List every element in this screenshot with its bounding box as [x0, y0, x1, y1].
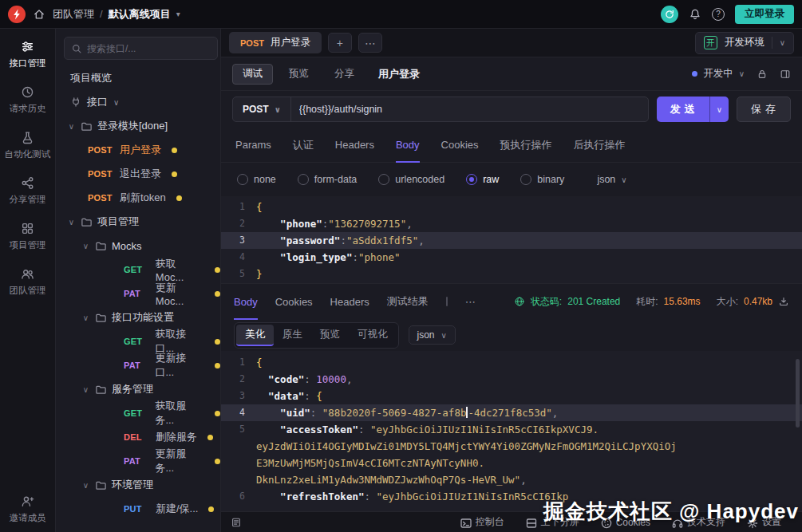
nav-item-team-manage[interactable]: 团队管理	[0, 259, 55, 305]
mode-share[interactable]: 分享	[325, 64, 364, 85]
team-icon	[21, 267, 34, 281]
tab-more-button[interactable]: ⋯	[358, 33, 382, 53]
statusbar-settings[interactable]: 设置	[746, 515, 781, 529]
panel-layout-icon[interactable]	[780, 69, 791, 80]
method-select[interactable]: POST ∨	[233, 97, 291, 121]
status-code-value: 201 Created	[567, 296, 620, 307]
nav-item-share-manage[interactable]: 分享管理	[0, 168, 55, 214]
nav-item-invite-member[interactable]: 邀请成员	[0, 487, 55, 532]
request-tab-Params[interactable]: Params	[235, 128, 271, 162]
request-tab-预执行操作[interactable]: 预执行操作	[500, 128, 552, 162]
nav-item-api-manage[interactable]: 接口管理	[0, 32, 55, 77]
view-mode-美化[interactable]: 美化	[236, 325, 274, 346]
line-number: 6	[221, 488, 256, 505]
environment-select[interactable]: 开 开发环境 ∨	[695, 32, 794, 54]
response-tab-Body[interactable]: Body	[234, 284, 258, 319]
response-tab-测试结果[interactable]: 测试结果	[387, 284, 429, 319]
send-label[interactable]: 发送	[657, 97, 709, 122]
response-lang-select[interactable]: json ∨	[409, 325, 456, 345]
response-body-editor[interactable]: 1{2 "code": 10000,3 "data": {4 "uid": "8…	[221, 351, 802, 511]
globe-icon	[514, 296, 525, 307]
tree-endpoint[interactable]: PAT更新服务...	[56, 449, 220, 473]
bodytype-none[interactable]: none	[237, 174, 276, 185]
save-button[interactable]: 保存	[737, 97, 791, 122]
caret-down-icon[interactable]: ∨	[67, 122, 76, 131]
tree-endpoint[interactable]: POST用户登录	[56, 138, 220, 162]
view-mode-可视化[interactable]: 可视化	[349, 325, 397, 346]
splitter-handle-icon[interactable]	[446, 297, 448, 306]
request-body-editor[interactable]: 1{2 "phone":"13627092715",3 "password":"…	[221, 196, 802, 284]
tree-endpoint[interactable]: POST退出登录	[56, 162, 220, 186]
tree-endpoint[interactable]: DEL删除服务	[56, 425, 220, 449]
statusbar-console[interactable]: 控制台	[460, 515, 504, 529]
breadcrumb-project[interactable]: 默认离线项目	[109, 7, 171, 22]
tree-folder[interactable]: ∨项目管理	[56, 210, 220, 234]
nav-item-project-manage[interactable]: 项目管理	[0, 214, 55, 259]
login-button[interactable]: 立即登录	[735, 5, 794, 24]
tree-folder[interactable]: ∨登录模块[done]	[56, 114, 220, 138]
caret-down-icon[interactable]: ∨	[67, 218, 76, 227]
section-caret-icon[interactable]: ∨	[113, 98, 119, 107]
request-tab-Headers[interactable]: Headers	[335, 128, 374, 162]
breadcrumb-team[interactable]: 团队管理	[53, 7, 94, 22]
tree-endpoint[interactable]: GET获取Moc...	[56, 258, 220, 282]
bell-icon[interactable]	[689, 8, 701, 21]
statusbar-split-screen[interactable]: 上下分屏	[525, 515, 579, 529]
sync-icon[interactable]	[661, 6, 678, 23]
scrollbar-thumb[interactable]	[796, 359, 800, 428]
response-tab-Cookies[interactable]: Cookies	[275, 284, 313, 319]
tree-folder[interactable]: ∨服务管理	[56, 377, 220, 401]
mode-debug[interactable]: 调试	[232, 64, 273, 85]
mode-preview[interactable]: 预览	[279, 64, 318, 85]
tree-endpoint[interactable]: GET获取接口...	[56, 329, 220, 353]
tree-endpoint[interactable]: PUT新建/保...	[56, 497, 220, 521]
tree-folder[interactable]: ∨环境管理	[56, 473, 220, 497]
tree-folder[interactable]: ∨接口功能设置	[56, 305, 220, 329]
search-input[interactable]	[87, 43, 211, 54]
request-tab-认证[interactable]: 认证	[293, 128, 314, 162]
view-mode-预览[interactable]: 预览	[311, 325, 349, 346]
tree-endpoint[interactable]: PAT更新接口...	[56, 353, 220, 377]
lock-icon[interactable]	[757, 69, 768, 80]
view-mode-原生[interactable]: 原生	[274, 325, 311, 346]
tree-endpoint[interactable]: POST刷新token	[56, 186, 220, 210]
caret-down-icon[interactable]: ∨	[81, 481, 90, 490]
caret-down-icon[interactable]: ∨	[81, 242, 90, 250]
main-frame: 接口管理请求历史自动化测试分享管理项目管理团队管理 邀请成员 + 项目概览	[0, 29, 802, 532]
caret-down-icon[interactable]: ∨	[81, 385, 90, 394]
response-more-icon[interactable]: ⋯	[465, 296, 476, 308]
response-tab-Headers[interactable]: Headers	[330, 284, 369, 319]
log-panel-icon[interactable]	[231, 517, 242, 528]
bodytype-urlencoded[interactable]: urlencoded	[378, 174, 444, 185]
request-tab-后执行操作[interactable]: 后执行操作	[574, 128, 626, 162]
dev-status-select[interactable]: 开发中 ∨	[692, 67, 745, 81]
request-tab-Cookies[interactable]: Cookies	[441, 128, 479, 162]
send-button[interactable]: 发送 ∨	[657, 97, 729, 122]
bodytype-binary[interactable]: binary	[520, 174, 564, 185]
sidebar-section-api[interactable]: 接口 ∨	[56, 90, 220, 114]
bodytype-form-data[interactable]: form-data	[298, 174, 358, 185]
help-icon[interactable]: ?	[712, 8, 725, 21]
tree-folder[interactable]: ∨Mocks	[56, 234, 220, 258]
statusbar-cookies[interactable]: Cookies	[600, 517, 650, 528]
nav-item-request-history[interactable]: 请求历史	[0, 77, 55, 123]
tree-endpoint[interactable]: GET获取服务...	[56, 401, 220, 425]
search-box[interactable]	[64, 37, 218, 60]
nav-item-auto-test[interactable]: 自动化测试	[0, 123, 55, 168]
bodytype-raw[interactable]: raw	[466, 174, 499, 185]
tree-endpoint[interactable]: PAT更新Moc...	[56, 282, 220, 305]
home-icon[interactable]	[33, 8, 45, 21]
sidebar-overview[interactable]: 项目概览	[56, 66, 220, 90]
statusbar-support[interactable]: 技术支持	[671, 515, 725, 529]
radio-icon	[466, 174, 477, 185]
request-lang-select[interactable]: json ∨	[597, 174, 626, 185]
send-options-caret-icon[interactable]: ∨	[709, 97, 729, 122]
document-tab[interactable]: POST 用户登录	[229, 32, 322, 53]
breadcrumb[interactable]: 团队管理 / 默认离线项目 ▾	[53, 7, 180, 22]
caret-down-icon[interactable]: ∨	[81, 313, 90, 322]
breadcrumb-caret-icon[interactable]: ▾	[176, 10, 180, 18]
request-tab-Body[interactable]: Body	[396, 128, 420, 162]
download-response-icon[interactable]	[778, 296, 789, 307]
url-input[interactable]	[291, 97, 648, 121]
new-tab-button[interactable]: +	[328, 33, 352, 53]
